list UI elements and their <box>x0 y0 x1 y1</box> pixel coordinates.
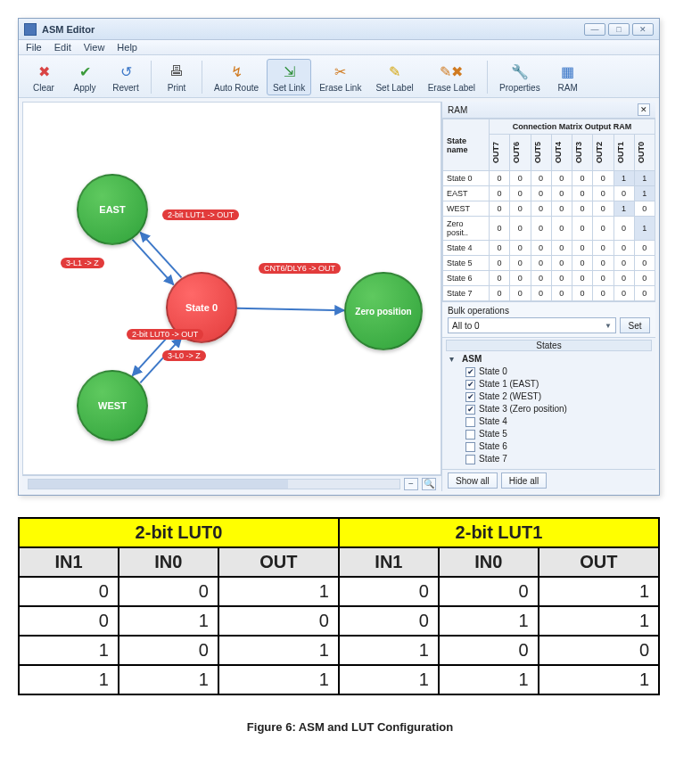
state-diagram-canvas[interactable]: EASTState 0WESTZero position2-bit LUT1 -… <box>22 102 441 475</box>
checkbox-icon[interactable] <box>465 417 475 427</box>
ram-cell[interactable]: 0 <box>531 217 551 241</box>
edge-label-e3[interactable]: 2-bit LUT0 -> OUT <box>127 329 203 340</box>
ram-cell[interactable]: 1 <box>634 217 655 241</box>
ram-cell[interactable]: 0 <box>614 286 634 301</box>
setlabel-button[interactable]: ✎Set Label <box>369 59 419 95</box>
show-all-button[interactable]: Show all <box>448 472 498 489</box>
ram-cell[interactable]: 0 <box>510 186 531 201</box>
state-node-zero[interactable]: Zero position <box>344 272 423 350</box>
ram-cell[interactable]: 0 <box>593 241 614 256</box>
bulk-combo[interactable]: All to 0 ▼ <box>448 317 616 333</box>
ram-cell[interactable]: 0 <box>572 186 593 201</box>
ram-cell[interactable]: 0 <box>510 256 531 271</box>
menu-help[interactable]: Help <box>117 42 137 53</box>
ram-cell[interactable]: 1 <box>634 171 655 186</box>
ram-cell[interactable]: 0 <box>572 217 593 241</box>
ram-row[interactable]: State 000000011 <box>443 171 655 186</box>
state-node-east[interactable]: EAST <box>77 174 148 245</box>
tree-collapse-icon[interactable]: ▾ <box>449 353 458 366</box>
checkbox-icon[interactable]: ✔ <box>465 405 475 415</box>
zoom-in-button[interactable]: 🔍 <box>422 478 436 490</box>
ram-panel-close-button[interactable]: ✕ <box>638 103 650 116</box>
tree-state-item[interactable]: ✔State 0 <box>465 366 652 378</box>
checkbox-icon[interactable]: ✔ <box>465 380 475 390</box>
tree-state-item[interactable]: State 5 <box>465 428 652 440</box>
ram-cell[interactable]: 0 <box>490 201 510 217</box>
ram-cell[interactable]: 1 <box>634 186 655 201</box>
ram-cell[interactable]: 0 <box>572 271 593 286</box>
ram-cell[interactable]: 0 <box>551 286 572 301</box>
ram-cell[interactable]: 0 <box>531 256 551 271</box>
h-scrollbar[interactable] <box>28 479 400 489</box>
edge-label-e2[interactable]: 3-L1 -> Z <box>61 258 104 268</box>
ram-cell[interactable]: 0 <box>490 217 510 241</box>
tree-root-row[interactable]: ▾ ASM <box>449 353 652 366</box>
ram-cell[interactable]: 0 <box>614 186 634 201</box>
ram-row[interactable]: Zero posit..00000001 <box>443 217 655 241</box>
edge-label-e5[interactable]: CNT6/DLY6 -> OUT <box>259 263 341 274</box>
tree-state-item[interactable]: State 6 <box>465 440 652 453</box>
ram-cell[interactable]: 0 <box>634 241 655 256</box>
minimize-button[interactable]: — <box>584 23 605 36</box>
bulk-set-button[interactable]: Set <box>620 317 650 333</box>
ram-cell[interactable]: 0 <box>551 186 572 201</box>
ram-cell[interactable]: 0 <box>551 241 572 256</box>
checkbox-icon[interactable] <box>465 455 475 464</box>
ram-cell[interactable]: 0 <box>634 271 655 286</box>
ram-row[interactable]: State 700000000 <box>443 286 655 301</box>
print-button[interactable]: 🖶Print <box>157 59 196 95</box>
ram-cell[interactable]: 0 <box>490 256 510 271</box>
ram-cell[interactable]: 0 <box>593 286 614 301</box>
setlink-button[interactable]: ⇲Set Link <box>267 59 311 95</box>
ram-cell[interactable]: 0 <box>490 186 510 201</box>
tree-state-item[interactable]: ✔State 2 (WEST) <box>465 390 652 403</box>
ram-cell[interactable]: 0 <box>634 256 655 271</box>
ram-cell[interactable]: 0 <box>614 271 634 286</box>
ram-cell[interactable]: 0 <box>572 286 593 301</box>
eraselink-button[interactable]: ✂Erase Link <box>313 59 367 95</box>
checkbox-icon[interactable] <box>465 442 475 452</box>
ram-cell[interactable]: 0 <box>614 241 634 256</box>
ram-cell[interactable]: 0 <box>531 201 551 217</box>
ram-cell[interactable]: 0 <box>572 241 593 256</box>
state-node-west[interactable]: WEST <box>77 370 148 441</box>
apply-button[interactable]: ✔Apply <box>65 59 104 95</box>
menu-view[interactable]: View <box>84 42 105 53</box>
ram-row[interactable]: State 600000000 <box>443 271 655 286</box>
ram-cell[interactable]: 0 <box>593 201 614 217</box>
ram-cell[interactable]: 0 <box>614 256 634 271</box>
ram-cell[interactable]: 0 <box>551 201 572 217</box>
zoom-out-button[interactable]: − <box>404 478 418 490</box>
ram-cell[interactable]: 1 <box>614 171 634 186</box>
ram-cell[interactable]: 0 <box>551 217 572 241</box>
ram-cell[interactable]: 0 <box>510 217 531 241</box>
eraselabel-button[interactable]: ✎✖Erase Label <box>422 59 482 95</box>
tree-state-item[interactable]: ✔State 3 (Zero position) <box>465 403 652 415</box>
ram-cell[interactable]: 0 <box>510 241 531 256</box>
checkbox-icon[interactable]: ✔ <box>465 392 475 402</box>
ram-cell[interactable]: 0 <box>510 201 531 217</box>
ram-cell[interactable]: 0 <box>531 171 551 186</box>
edge-label-e4[interactable]: 3-L0 -> Z <box>162 350 206 361</box>
ram-row[interactable]: WEST00000010 <box>443 201 655 217</box>
close-button[interactable]: ✕ <box>632 23 654 36</box>
ram-cell[interactable]: 0 <box>593 186 614 201</box>
ram-cell[interactable]: 0 <box>551 171 572 186</box>
ram-cell[interactable]: 0 <box>490 241 510 256</box>
ram-cell[interactable]: 0 <box>634 286 655 301</box>
edge-label-e1[interactable]: 2-bit LUT1 -> OUT <box>162 209 239 220</box>
ram-cell[interactable]: 0 <box>593 271 614 286</box>
ram-cell[interactable]: 0 <box>551 256 572 271</box>
ram-cell[interactable]: 0 <box>490 171 510 186</box>
ram-cell[interactable]: 1 <box>614 201 634 217</box>
menu-edit[interactable]: Edit <box>54 42 71 53</box>
ram-cell[interactable]: 0 <box>531 271 551 286</box>
ram-cell[interactable]: 0 <box>490 286 510 301</box>
ram-cell[interactable]: 0 <box>510 171 531 186</box>
ram-cell[interactable]: 0 <box>510 286 531 301</box>
ram-cell[interactable]: 0 <box>593 217 614 241</box>
ram-cell[interactable]: 0 <box>614 217 634 241</box>
properties-button[interactable]: 🔧Properties <box>493 59 547 95</box>
ram-cell[interactable]: 0 <box>531 286 551 301</box>
autoroute-button[interactable]: ↯Auto Route <box>208 59 265 95</box>
